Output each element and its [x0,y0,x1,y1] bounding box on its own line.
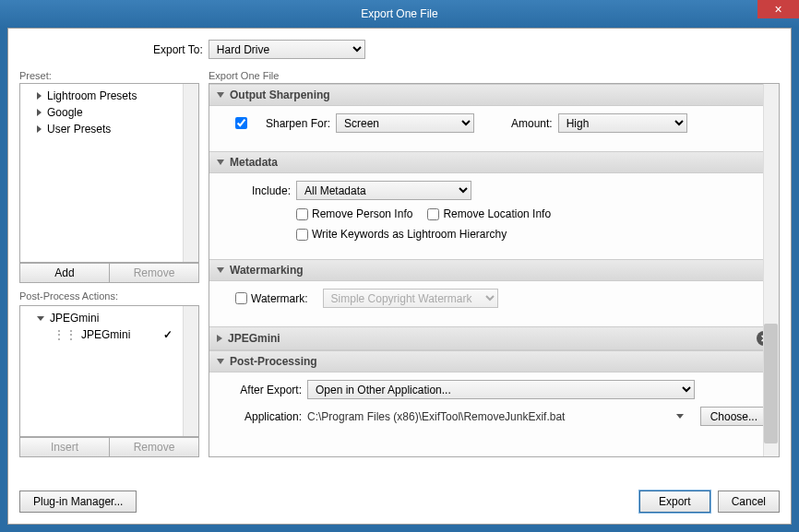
chevron-right-icon [217,335,222,342]
chevron-down-icon [37,316,44,321]
export-to-select[interactable]: Hard Drive [209,40,365,59]
application-label: Application: [235,410,302,423]
scrollbar[interactable] [763,84,779,456]
drag-handle-icon: ⋮⋮ [54,328,78,341]
title-bar: Export One File × [0,0,799,28]
preset-list[interactable]: Lightroom Presets Google User Presets [19,83,199,263]
watermark-label: Watermark: [251,292,308,305]
preset-item[interactable]: User Presets [22,121,197,137]
pp-group[interactable]: JPEGmini [22,310,197,326]
right-header: Export One File [209,70,780,81]
sharpen-for-label: Sharpen For: [251,117,330,130]
preset-item[interactable]: Google [22,104,197,121]
bottom-bar: Plug-in Manager... Export Cancel [19,491,780,513]
watermark-checkbox[interactable] [235,292,247,304]
section-jpegmini[interactable]: JPEGmini✕ [209,326,779,350]
remove-person-checkbox[interactable] [296,208,308,220]
check-icon: ✓ [163,328,173,341]
pp-insert-button[interactable]: Insert [19,437,109,457]
watermark-select: Simple Copyright Watermark [323,289,498,308]
after-export-label: After Export: [235,384,302,396]
post-process-list[interactable]: JPEGmini ⋮⋮JPEGmini✓ [19,305,199,437]
write-keywords-checkbox[interactable] [296,229,308,241]
plugin-manager-button[interactable]: Plug-in Manager... [19,491,137,513]
include-select[interactable]: All Metadata [296,181,471,200]
chevron-down-icon [217,359,224,364]
remove-location-checkbox[interactable] [427,208,439,220]
include-label: Include: [235,184,291,197]
section-output-sharpening[interactable]: Output Sharpening [209,84,779,106]
after-export-select[interactable]: Open in Other Application... [307,380,695,399]
dialog-body: Export To: Hard Drive Preset: Lightroom … [7,28,792,525]
scrollbar-thumb[interactable] [764,324,778,443]
export-button[interactable]: Export [639,491,710,513]
application-path: C:\Program Files (x86)\ExifTool\RemoveJu… [307,410,667,423]
window-title: Export One File [0,7,799,20]
close-button[interactable]: × [757,0,799,18]
preset-remove-button[interactable]: Remove [109,263,199,283]
choose-button[interactable]: Choose... [700,407,768,426]
section-watermarking[interactable]: Watermarking [209,259,779,281]
section-metadata[interactable]: Metadata [209,151,779,173]
settings-panel: Output Sharpening Sharpen For: Screen Am… [209,83,780,457]
section-post-processing[interactable]: Post-Processing [209,350,779,372]
export-to-row: Export To: Hard Drive [19,40,780,59]
chevron-down-icon [217,92,224,98]
scrollbar[interactable] [183,84,198,262]
amount-label: Amount: [511,117,553,130]
preset-add-button[interactable]: Add [19,263,109,283]
chevron-right-icon [37,109,42,116]
sharpen-for-select[interactable]: Screen [336,113,474,133]
scrollbar[interactable] [183,306,198,436]
chevron-right-icon [37,92,42,100]
sharpen-for-checkbox[interactable] [235,117,247,129]
cancel-button[interactable]: Cancel [718,491,780,513]
post-process-label: Post-Process Actions: [19,290,199,301]
pp-subitem[interactable]: ⋮⋮JPEGmini✓ [22,326,197,343]
chevron-right-icon [37,125,42,133]
preset-label: Preset: [19,70,199,81]
chevron-down-icon [217,267,224,273]
amount-select[interactable]: High [558,113,687,133]
preset-item[interactable]: Lightroom Presets [22,88,197,104]
chevron-down-icon [217,160,224,165]
dropdown-icon[interactable] [676,414,684,419]
export-to-label: Export To: [153,43,203,56]
pp-remove-button[interactable]: Remove [109,437,199,457]
